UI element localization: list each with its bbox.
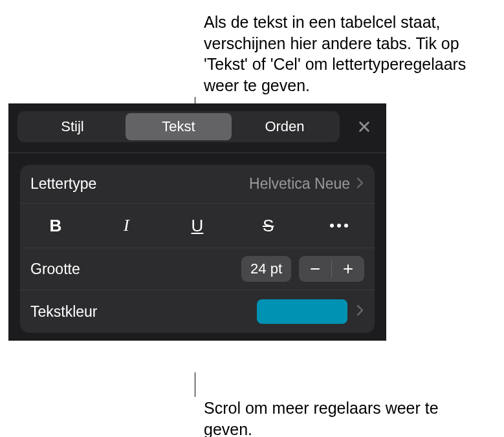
size-row: Grootte 24 pt bbox=[20, 248, 375, 290]
close-icon bbox=[357, 120, 371, 134]
italic-button[interactable]: I bbox=[107, 211, 146, 240]
chevron-right-icon bbox=[356, 177, 364, 191]
tab-text[interactable]: Tekst bbox=[126, 113, 232, 140]
font-row[interactable]: Lettertype Helvetica Neue bbox=[20, 165, 375, 204]
callout-top-text: Als de tekst in een tabelcel staat, vers… bbox=[204, 12, 495, 96]
ellipsis-icon bbox=[330, 224, 348, 228]
callout-bottom-text: Scrol om meer regelaars weer te geven. bbox=[204, 398, 450, 437]
format-panel: Stijl Tekst Orden Lettertype Helvetica N… bbox=[8, 103, 386, 341]
text-color-row[interactable]: Tekstkleur bbox=[20, 290, 375, 333]
size-label: Grootte bbox=[30, 261, 241, 278]
tab-bar: Stijl Tekst Orden bbox=[8, 103, 386, 153]
size-increase-button[interactable] bbox=[332, 256, 364, 282]
bold-button[interactable]: B bbox=[36, 211, 75, 240]
size-value[interactable]: 24 pt bbox=[241, 256, 291, 282]
strikethrough-button[interactable]: S bbox=[249, 211, 288, 240]
callout-leader-line-bottom bbox=[195, 372, 195, 397]
font-label: Lettertype bbox=[30, 175, 249, 193]
size-decrease-button[interactable] bbox=[299, 256, 331, 282]
text-style-row: B I U S bbox=[20, 204, 375, 248]
plus-icon bbox=[342, 263, 354, 275]
tab-style[interactable]: Stijl bbox=[19, 113, 126, 140]
tab-group: Stijl Tekst Orden bbox=[17, 111, 340, 142]
font-value: Helvetica Neue bbox=[249, 175, 350, 193]
text-color-label: Tekstkleur bbox=[30, 303, 257, 321]
minus-icon bbox=[309, 263, 321, 275]
text-color-swatch[interactable] bbox=[257, 299, 347, 324]
size-stepper bbox=[299, 256, 364, 282]
tab-arrange[interactable]: Orden bbox=[232, 113, 338, 140]
text-settings-section: Lettertype Helvetica Neue B I U S Groott… bbox=[20, 165, 375, 333]
close-button[interactable] bbox=[351, 114, 377, 140]
more-options-button[interactable] bbox=[320, 211, 358, 240]
chevron-right-icon bbox=[356, 304, 364, 319]
underline-button[interactable]: U bbox=[178, 211, 217, 240]
